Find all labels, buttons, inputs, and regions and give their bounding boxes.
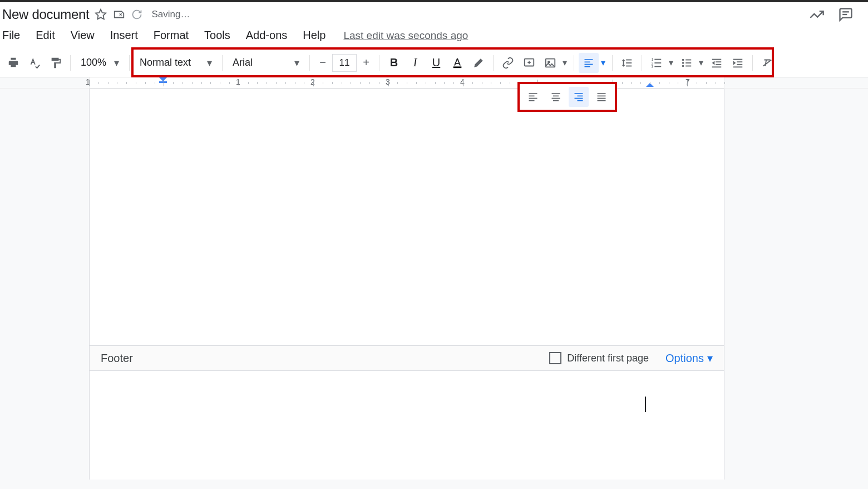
document-title[interactable]: New document: [2, 7, 89, 22]
zoom-select[interactable]: 100% ▾: [75, 53, 125, 73]
clear-format-button[interactable]: [757, 53, 777, 73]
ruler-tick: [210, 82, 211, 84]
trend-icon[interactable]: [809, 7, 825, 22]
star-icon[interactable]: [95, 8, 107, 21]
zoom-value: 100%: [81, 57, 110, 69]
image-button[interactable]: [540, 53, 560, 73]
different-first-page-toggle[interactable]: Different first page: [549, 352, 649, 364]
menu-view[interactable]: View: [63, 28, 102, 43]
align-right-button[interactable]: [569, 87, 589, 107]
move-icon[interactable]: [112, 8, 126, 21]
svg-rect-47: [553, 96, 559, 97]
align-left-button[interactable]: [523, 87, 543, 107]
ruler-tick: [482, 82, 482, 84]
svg-rect-31: [716, 63, 721, 65]
align-dropdown[interactable]: ▾: [599, 53, 608, 73]
highlight-button[interactable]: [468, 53, 489, 73]
menu-tools[interactable]: Tools: [196, 28, 238, 43]
svg-rect-50: [574, 93, 583, 94]
ruler-tick: [229, 82, 230, 84]
spellcheck-icon[interactable]: [24, 53, 45, 73]
refresh-icon: [131, 9, 142, 20]
align-justify-button[interactable]: [591, 87, 611, 107]
svg-rect-9: [585, 59, 593, 60]
svg-point-23: [682, 58, 684, 61]
checkbox-icon[interactable]: [549, 352, 561, 364]
text-color-button[interactable]: [447, 53, 467, 73]
ruler-tick: [687, 80, 688, 86]
footer-label: Footer: [101, 352, 133, 365]
ruler-tick: [136, 82, 136, 84]
image-dropdown[interactable]: ▾: [560, 53, 569, 73]
font-select[interactable]: Arial ▾: [227, 53, 305, 73]
numbered-list-dropdown[interactable]: ▾: [667, 53, 675, 73]
increase-indent-button[interactable]: [728, 53, 748, 73]
ruler-tick: [426, 82, 426, 84]
footer-options-dropdown[interactable]: Options ▾: [665, 351, 713, 365]
svg-rect-29: [712, 58, 722, 60]
ruler-tick: [388, 80, 389, 86]
align-button[interactable]: [579, 53, 599, 73]
left-indent-marker[interactable]: [159, 77, 167, 83]
menu-file[interactable]: File: [1, 28, 28, 43]
toolbar-separator: [129, 55, 130, 71]
options-label: Options: [665, 352, 704, 365]
menu-format[interactable]: Format: [146, 28, 196, 43]
chevron-down-icon: ▾: [707, 351, 713, 365]
footer-section-bar: Footer Different first page Options ▾: [90, 345, 724, 371]
bullet-list-dropdown[interactable]: ▾: [697, 53, 706, 73]
svg-rect-35: [737, 61, 742, 62]
bold-button[interactable]: B: [384, 53, 404, 73]
bullet-list-button[interactable]: [677, 53, 697, 73]
app-header: New document Saving… File Edit View Inse…: [0, 2, 868, 48]
document-page[interactable]: Footer Different first page Options ▾: [89, 89, 724, 480]
svg-rect-54: [597, 93, 605, 94]
line-spacing-button[interactable]: [617, 53, 637, 73]
ruler[interactable]: 1 1 2 3 4 7: [0, 77, 868, 89]
font-select-value: Arial: [233, 57, 253, 69]
svg-rect-27: [685, 62, 691, 63]
add-comment-button[interactable]: [519, 53, 539, 73]
menu-help[interactable]: Help: [295, 28, 333, 43]
ruler-tick: [369, 82, 370, 84]
ruler-tick: [220, 82, 220, 84]
comment-icon[interactable]: [838, 7, 854, 22]
decrease-indent-button[interactable]: [707, 53, 727, 73]
style-select[interactable]: Normal text ▾: [134, 53, 218, 73]
ruler-tick: [117, 82, 117, 84]
document-canvas[interactable]: Footer Different first page Options ▾: [0, 89, 868, 480]
menu-edit[interactable]: Edit: [28, 28, 62, 43]
align-center-button[interactable]: [546, 87, 566, 107]
underline-button[interactable]: U: [426, 53, 446, 73]
title-row: New document Saving…: [0, 7, 868, 26]
menu-addons[interactable]: Add-ons: [238, 28, 295, 43]
numbered-list-button[interactable]: 123: [647, 53, 667, 73]
ruler-tick: [201, 82, 202, 84]
link-button[interactable]: [498, 53, 518, 73]
ruler-tick: [669, 82, 669, 84]
ruler-tick: [183, 82, 183, 84]
toolbar: 100% ▾ Normal text ▾ Arial ▾ − + B I U ▾…: [0, 48, 868, 77]
svg-rect-36: [737, 63, 742, 65]
ruler-tick: [304, 82, 304, 84]
print-icon[interactable]: [3, 53, 23, 73]
style-select-value: Normal text: [140, 57, 191, 69]
svg-rect-53: [577, 100, 583, 101]
saving-status: Saving…: [151, 9, 190, 20]
toolbar-separator: [70, 55, 71, 71]
ruler-tick: [622, 82, 623, 84]
svg-rect-55: [597, 96, 605, 97]
font-size-increase[interactable]: +: [358, 54, 374, 72]
ruler-tick: [631, 82, 632, 84]
ruler-tick: [145, 82, 146, 84]
font-size-input[interactable]: [332, 54, 357, 72]
ruler-tick: [239, 80, 239, 86]
paint-format-icon[interactable]: [46, 53, 66, 73]
svg-rect-22: [654, 66, 661, 67]
svg-rect-30: [716, 61, 721, 62]
menu-insert[interactable]: Insert: [102, 28, 146, 43]
font-size-decrease[interactable]: −: [314, 54, 331, 72]
italic-button[interactable]: I: [405, 53, 425, 73]
ruler-tick: [155, 82, 155, 84]
last-edit-link[interactable]: Last edit was seconds ago: [343, 30, 468, 42]
